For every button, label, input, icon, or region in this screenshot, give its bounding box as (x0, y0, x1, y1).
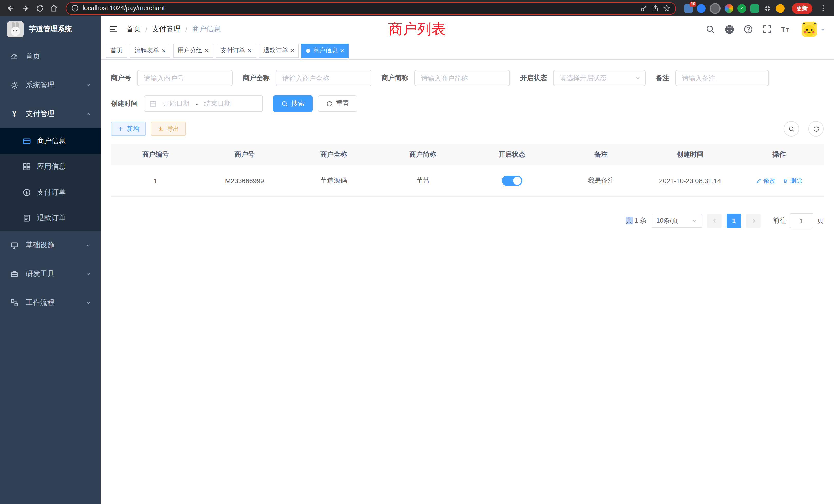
tab-merchant-info[interactable]: 商户信息 × (302, 43, 349, 58)
total-highlighted: 共 (626, 216, 632, 224)
pay-submenu: 商户信息 应用信息 支付订单 (0, 128, 101, 231)
col-remark: 备注 (556, 144, 645, 165)
goto-page-input[interactable] (790, 213, 813, 228)
user-menu[interactable] (802, 22, 826, 37)
extension-icon-5[interactable]: ✓ (738, 4, 746, 13)
edit-link-label: 修改 (763, 176, 776, 185)
cell-create-time: 2021-10-23 08:31:14 (645, 165, 734, 196)
sidebar-item-workflow[interactable]: 工作流程 (0, 289, 101, 317)
bookmark-star-icon[interactable] (663, 5, 670, 12)
search-button[interactable]: 搜索 (273, 95, 313, 112)
table-row: 1 M233666999 芋道源码 芋艿 我是备注 2021-10-23 08:… (111, 165, 824, 197)
tab-process-form[interactable]: 流程表单 × (130, 43, 170, 58)
col-actions: 操作 (734, 144, 824, 165)
tab-refund-order[interactable]: 退款订单 × (259, 43, 299, 58)
app-title: 芋道管理系统 (29, 25, 72, 34)
sidebar-item-label: 首页 (26, 52, 40, 61)
sidebar-item-refund-order[interactable]: 退款订单 (0, 205, 101, 231)
tab-user-group[interactable]: 用户分组 × (173, 43, 213, 58)
extension-icon-3[interactable] (710, 3, 721, 14)
delete-link[interactable]: 删除 (783, 176, 803, 185)
circle-arrow-icon (23, 188, 31, 197)
sidebar-item-label: 工作流程 (26, 298, 54, 307)
site-info-icon[interactable] (71, 5, 79, 12)
profile-avatar-icon[interactable] (776, 4, 785, 13)
font-size-button[interactable]: TT (781, 24, 792, 35)
sidebar-item-infra[interactable]: 基础设施 (0, 231, 101, 260)
grid-icon (23, 163, 31, 171)
sidebar-item-system[interactable]: 系统管理 (0, 71, 101, 99)
col-short-name: 商户简称 (378, 144, 467, 165)
extension-icon-4[interactable] (725, 4, 733, 13)
address-bar[interactable]: localhost:1024/pay/merchant (66, 2, 676, 15)
tab-pay-order[interactable]: 支付订单 × (216, 43, 256, 58)
fullscreen-button[interactable] (762, 24, 773, 35)
refresh-table-button[interactable] (808, 121, 824, 137)
close-icon[interactable]: × (291, 47, 294, 54)
user-avatar (802, 22, 817, 37)
full-name-input[interactable] (276, 70, 371, 86)
extensions-puzzle-icon[interactable] (763, 4, 772, 13)
breadcrumb-pay[interactable]: 支付管理 (152, 25, 181, 34)
cell-merchant-no: M233666999 (200, 165, 289, 196)
extension-icon-2[interactable] (697, 4, 706, 13)
short-name-input[interactable] (414, 70, 510, 86)
next-page-button[interactable] (746, 213, 761, 228)
hamburger-icon (109, 25, 118, 34)
merchant-no-input[interactable] (137, 70, 233, 86)
reload-button[interactable] (34, 3, 45, 14)
close-icon[interactable]: × (247, 47, 251, 54)
extension-icon-1[interactable]: 10 (684, 4, 693, 13)
download-icon (158, 126, 164, 132)
prev-page-button[interactable] (707, 213, 722, 228)
sidebar-item-pay-order[interactable]: 支付订单 (0, 180, 101, 205)
sidebar-toggle-button[interactable] (109, 25, 118, 34)
reset-button[interactable]: 重置 (318, 95, 357, 112)
home-button[interactable] (48, 3, 60, 14)
app-logo[interactable]: 芋道管理系统 (0, 17, 101, 42)
status-select[interactable]: 请选择开启状态 (553, 70, 645, 86)
extension-icon-6[interactable] (750, 4, 759, 13)
create-time-label: 创建时间 (111, 99, 138, 108)
back-button[interactable] (5, 3, 17, 14)
sidebar-item-label: 支付订单 (37, 188, 66, 197)
edit-link[interactable]: 修改 (756, 176, 776, 185)
page-size-value: 10条/页 (656, 216, 678, 225)
search-button[interactable] (705, 24, 716, 35)
total-text: 共 1 条 (626, 216, 646, 225)
browser-menu-button[interactable] (817, 3, 829, 14)
chrome-update-button[interactable]: 更新 (792, 3, 812, 14)
search-icon (281, 100, 288, 107)
password-key-icon[interactable] (640, 5, 648, 12)
search-button-label: 搜索 (291, 99, 305, 108)
export-button[interactable]: 导出 (151, 122, 186, 136)
toggle-search-button[interactable] (784, 121, 799, 137)
card-icon (23, 137, 31, 145)
sidebar-item-dev-tools[interactable]: 研发工具 (0, 260, 101, 289)
breadcrumb-home[interactable]: 首页 (126, 25, 141, 34)
status-toggle[interactable] (502, 176, 522, 186)
sidebar-item-merchant-info[interactable]: 商户信息 (0, 128, 101, 154)
sidebar-item-pay[interactable]: ¥ 支付管理 (0, 99, 101, 128)
sidebar-item-home[interactable]: 首页 (0, 42, 101, 71)
help-button[interactable] (743, 24, 754, 35)
document-icon (23, 214, 31, 222)
close-icon[interactable]: × (340, 47, 344, 54)
sidebar-item-app-info[interactable]: 应用信息 (0, 154, 101, 180)
github-button[interactable] (724, 24, 735, 35)
date-range-picker[interactable]: 开始日期 - 结束日期 (144, 95, 263, 112)
remark-input[interactable] (675, 70, 769, 86)
close-icon[interactable]: × (205, 47, 208, 54)
pagination: 共 1 条 10条/页 1 前往 (111, 213, 824, 228)
close-icon[interactable]: × (162, 47, 166, 54)
sidebar-item-label: 支付管理 (26, 109, 54, 118)
calendar-icon (150, 100, 157, 107)
page-number-button[interactable]: 1 (727, 213, 741, 228)
forward-button[interactable] (20, 3, 31, 14)
workflow-icon (10, 299, 19, 307)
add-button[interactable]: 新增 (111, 122, 146, 136)
share-icon[interactable] (652, 5, 659, 12)
plus-icon (117, 126, 124, 132)
page-size-select[interactable]: 10条/页 (652, 213, 702, 228)
tab-home[interactable]: 首页 (106, 43, 127, 58)
